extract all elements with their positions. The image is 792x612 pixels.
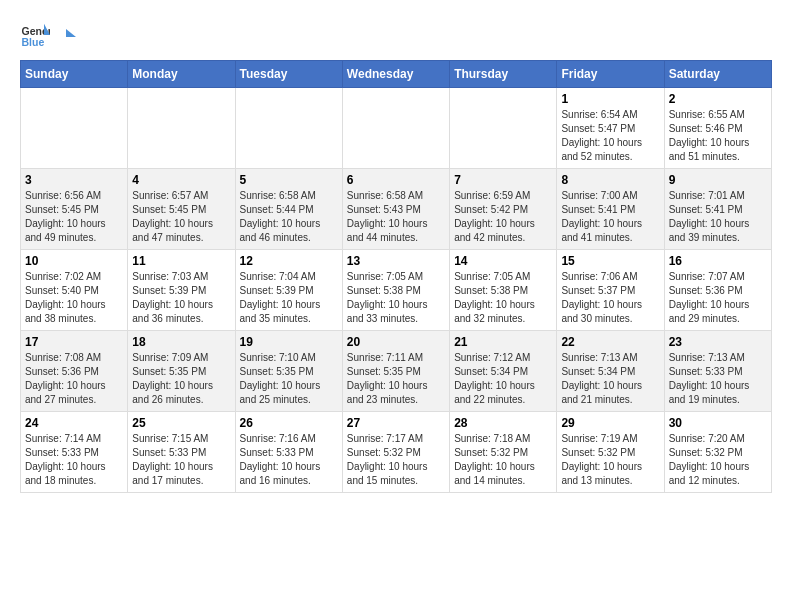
day-number: 28 <box>454 416 552 430</box>
calendar-header-row: SundayMondayTuesdayWednesdayThursdayFrid… <box>21 61 772 88</box>
day-info: Sunrise: 7:00 AM Sunset: 5:41 PM Dayligh… <box>561 189 659 245</box>
calendar-cell: 23Sunrise: 7:13 AM Sunset: 5:33 PM Dayli… <box>664 331 771 412</box>
logo-bird-icon <box>56 27 76 47</box>
day-info: Sunrise: 7:18 AM Sunset: 5:32 PM Dayligh… <box>454 432 552 488</box>
weekday-header-thursday: Thursday <box>450 61 557 88</box>
calendar-cell: 19Sunrise: 7:10 AM Sunset: 5:35 PM Dayli… <box>235 331 342 412</box>
day-number: 30 <box>669 416 767 430</box>
calendar-cell: 18Sunrise: 7:09 AM Sunset: 5:35 PM Dayli… <box>128 331 235 412</box>
day-info: Sunrise: 7:14 AM Sunset: 5:33 PM Dayligh… <box>25 432 123 488</box>
calendar-cell: 2Sunrise: 6:55 AM Sunset: 5:46 PM Daylig… <box>664 88 771 169</box>
day-number: 16 <box>669 254 767 268</box>
day-info: Sunrise: 7:08 AM Sunset: 5:36 PM Dayligh… <box>25 351 123 407</box>
calendar-cell: 1Sunrise: 6:54 AM Sunset: 5:47 PM Daylig… <box>557 88 664 169</box>
calendar-cell <box>128 88 235 169</box>
calendar-cell <box>450 88 557 169</box>
day-number: 6 <box>347 173 445 187</box>
day-info: Sunrise: 6:59 AM Sunset: 5:42 PM Dayligh… <box>454 189 552 245</box>
calendar-cell: 8Sunrise: 7:00 AM Sunset: 5:41 PM Daylig… <box>557 169 664 250</box>
logo-icon: General Blue <box>20 20 50 50</box>
page-header: General Blue <box>20 20 772 50</box>
day-info: Sunrise: 7:01 AM Sunset: 5:41 PM Dayligh… <box>669 189 767 245</box>
calendar-week-row: 24Sunrise: 7:14 AM Sunset: 5:33 PM Dayli… <box>21 412 772 493</box>
day-number: 20 <box>347 335 445 349</box>
day-number: 1 <box>561 92 659 106</box>
calendar-cell: 22Sunrise: 7:13 AM Sunset: 5:34 PM Dayli… <box>557 331 664 412</box>
day-number: 29 <box>561 416 659 430</box>
day-info: Sunrise: 7:05 AM Sunset: 5:38 PM Dayligh… <box>347 270 445 326</box>
calendar-cell: 15Sunrise: 7:06 AM Sunset: 5:37 PM Dayli… <box>557 250 664 331</box>
logo: General Blue <box>20 20 76 50</box>
weekday-header-wednesday: Wednesday <box>342 61 449 88</box>
day-number: 14 <box>454 254 552 268</box>
calendar-cell <box>21 88 128 169</box>
calendar-week-row: 1Sunrise: 6:54 AM Sunset: 5:47 PM Daylig… <box>21 88 772 169</box>
calendar-week-row: 17Sunrise: 7:08 AM Sunset: 5:36 PM Dayli… <box>21 331 772 412</box>
day-info: Sunrise: 7:04 AM Sunset: 5:39 PM Dayligh… <box>240 270 338 326</box>
day-number: 10 <box>25 254 123 268</box>
day-number: 7 <box>454 173 552 187</box>
day-info: Sunrise: 7:05 AM Sunset: 5:38 PM Dayligh… <box>454 270 552 326</box>
day-info: Sunrise: 7:16 AM Sunset: 5:33 PM Dayligh… <box>240 432 338 488</box>
day-info: Sunrise: 7:13 AM Sunset: 5:34 PM Dayligh… <box>561 351 659 407</box>
calendar-cell: 3Sunrise: 6:56 AM Sunset: 5:45 PM Daylig… <box>21 169 128 250</box>
day-number: 25 <box>132 416 230 430</box>
day-info: Sunrise: 7:11 AM Sunset: 5:35 PM Dayligh… <box>347 351 445 407</box>
calendar-cell: 30Sunrise: 7:20 AM Sunset: 5:32 PM Dayli… <box>664 412 771 493</box>
calendar-cell: 27Sunrise: 7:17 AM Sunset: 5:32 PM Dayli… <box>342 412 449 493</box>
day-number: 19 <box>240 335 338 349</box>
svg-text:Blue: Blue <box>22 36 45 48</box>
weekday-header-sunday: Sunday <box>21 61 128 88</box>
day-info: Sunrise: 6:54 AM Sunset: 5:47 PM Dayligh… <box>561 108 659 164</box>
day-number: 12 <box>240 254 338 268</box>
calendar-cell: 28Sunrise: 7:18 AM Sunset: 5:32 PM Dayli… <box>450 412 557 493</box>
day-number: 9 <box>669 173 767 187</box>
calendar-cell: 20Sunrise: 7:11 AM Sunset: 5:35 PM Dayli… <box>342 331 449 412</box>
day-number: 21 <box>454 335 552 349</box>
calendar-cell: 25Sunrise: 7:15 AM Sunset: 5:33 PM Dayli… <box>128 412 235 493</box>
calendar-cell: 9Sunrise: 7:01 AM Sunset: 5:41 PM Daylig… <box>664 169 771 250</box>
day-number: 15 <box>561 254 659 268</box>
calendar-table: SundayMondayTuesdayWednesdayThursdayFrid… <box>20 60 772 493</box>
calendar-cell <box>342 88 449 169</box>
calendar-cell: 7Sunrise: 6:59 AM Sunset: 5:42 PM Daylig… <box>450 169 557 250</box>
calendar-cell: 26Sunrise: 7:16 AM Sunset: 5:33 PM Dayli… <box>235 412 342 493</box>
weekday-header-friday: Friday <box>557 61 664 88</box>
calendar-cell: 17Sunrise: 7:08 AM Sunset: 5:36 PM Dayli… <box>21 331 128 412</box>
day-info: Sunrise: 7:17 AM Sunset: 5:32 PM Dayligh… <box>347 432 445 488</box>
calendar-cell: 5Sunrise: 6:58 AM Sunset: 5:44 PM Daylig… <box>235 169 342 250</box>
day-info: Sunrise: 7:09 AM Sunset: 5:35 PM Dayligh… <box>132 351 230 407</box>
day-info: Sunrise: 7:03 AM Sunset: 5:39 PM Dayligh… <box>132 270 230 326</box>
day-number: 18 <box>132 335 230 349</box>
weekday-header-saturday: Saturday <box>664 61 771 88</box>
calendar-cell: 13Sunrise: 7:05 AM Sunset: 5:38 PM Dayli… <box>342 250 449 331</box>
day-info: Sunrise: 7:02 AM Sunset: 5:40 PM Dayligh… <box>25 270 123 326</box>
day-info: Sunrise: 6:56 AM Sunset: 5:45 PM Dayligh… <box>25 189 123 245</box>
calendar-cell <box>235 88 342 169</box>
calendar-week-row: 10Sunrise: 7:02 AM Sunset: 5:40 PM Dayli… <box>21 250 772 331</box>
svg-marker-3 <box>66 29 76 37</box>
day-info: Sunrise: 7:07 AM Sunset: 5:36 PM Dayligh… <box>669 270 767 326</box>
day-number: 17 <box>25 335 123 349</box>
day-number: 27 <box>347 416 445 430</box>
day-number: 11 <box>132 254 230 268</box>
day-info: Sunrise: 7:12 AM Sunset: 5:34 PM Dayligh… <box>454 351 552 407</box>
day-number: 24 <box>25 416 123 430</box>
day-number: 4 <box>132 173 230 187</box>
calendar-cell: 12Sunrise: 7:04 AM Sunset: 5:39 PM Dayli… <box>235 250 342 331</box>
day-info: Sunrise: 6:58 AM Sunset: 5:43 PM Dayligh… <box>347 189 445 245</box>
calendar-cell: 16Sunrise: 7:07 AM Sunset: 5:36 PM Dayli… <box>664 250 771 331</box>
day-number: 2 <box>669 92 767 106</box>
day-info: Sunrise: 6:58 AM Sunset: 5:44 PM Dayligh… <box>240 189 338 245</box>
day-info: Sunrise: 6:57 AM Sunset: 5:45 PM Dayligh… <box>132 189 230 245</box>
calendar-cell: 24Sunrise: 7:14 AM Sunset: 5:33 PM Dayli… <box>21 412 128 493</box>
day-info: Sunrise: 7:20 AM Sunset: 5:32 PM Dayligh… <box>669 432 767 488</box>
calendar-cell: 10Sunrise: 7:02 AM Sunset: 5:40 PM Dayli… <box>21 250 128 331</box>
day-info: Sunrise: 7:10 AM Sunset: 5:35 PM Dayligh… <box>240 351 338 407</box>
day-number: 23 <box>669 335 767 349</box>
weekday-header-tuesday: Tuesday <box>235 61 342 88</box>
calendar-cell: 6Sunrise: 6:58 AM Sunset: 5:43 PM Daylig… <box>342 169 449 250</box>
weekday-header-monday: Monday <box>128 61 235 88</box>
day-number: 22 <box>561 335 659 349</box>
day-number: 5 <box>240 173 338 187</box>
